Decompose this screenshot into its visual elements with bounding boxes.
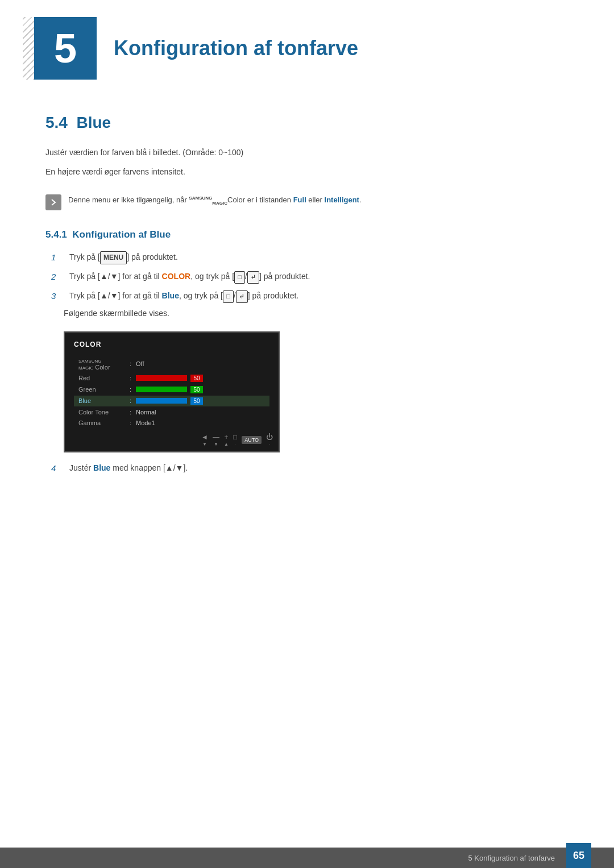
subsection-title: 5.4.1 Konfiguration af Blue [45, 229, 569, 240]
blue-bar [136, 398, 187, 404]
step-3: 3 Tryk på [▲/▼] for at gå til Blue, og t… [51, 289, 569, 303]
footer-page-number: 65 [566, 843, 591, 868]
osd-item-gamma: Gamma : Mode1 [74, 418, 269, 428]
chapter-title: Konfiguration af tonfarve [114, 36, 358, 60]
steps-list: 1 Tryk på [MENU] på produktet. 2 Tryk på… [51, 251, 569, 303]
red-bar [136, 375, 187, 381]
osd-item-green: Green : 50 [74, 384, 269, 395]
step-3-note: Følgende skærmbillede vises. [64, 309, 569, 318]
svg-rect-0 [47, 196, 60, 209]
osd-item-blue: Blue : 50 [74, 396, 269, 406]
section-title: 5.4 Blue [45, 108, 569, 132]
description-2: En højere værdi øger farvens intensitet. [45, 165, 569, 178]
step-4-text: Justér Blue med knappen [▲/▼]. [69, 462, 569, 474]
osd-screen: COLOR SAMSUNGMAGIC Color : Off Red : 50 [64, 331, 280, 452]
step-2: 2 Tryk på [▲/▼] for at gå til COLOR, og … [51, 270, 569, 284]
step-1-text: Tryk på [MENU] på produktet. [69, 251, 569, 264]
menu-key: MENU [100, 251, 127, 264]
chapter-header: 5 Konfiguration af tonfarve [0, 0, 614, 91]
step-4: 4 Justér Blue med knappen [▲/▼]. [51, 462, 569, 475]
note-icon [45, 194, 61, 210]
main-content: 5.4 Blue Justér værdien for farven blå i… [0, 91, 614, 526]
description-1: Justér værdien for farven blå i billedet… [45, 146, 569, 159]
green-bar [136, 387, 187, 392]
chapter-number: 5 [34, 17, 97, 80]
step-2-text: Tryk på [▲/▼] for at gå til COLOR, og tr… [69, 270, 569, 284]
step-1: 1 Tryk på [MENU] på produktet. [51, 251, 569, 264]
osd-title: COLOR [74, 340, 269, 348]
note-box: Denne menu er ikke tilgængelig, når SAMS… [45, 190, 569, 215]
osd-container: COLOR SAMSUNGMAGIC Color : Off Red : 50 [64, 331, 280, 452]
step-4-list: 4 Justér Blue med knappen [▲/▼]. [51, 462, 569, 475]
osd-item-samsung-color: SAMSUNGMAGIC Color : Off [74, 355, 269, 372]
osd-auto-button: AUTO [242, 436, 262, 444]
note-text: Denne menu er ikke tilgængelig, når SAMS… [68, 194, 362, 206]
osd-item-color-tone: Color Tone : Normal [74, 407, 269, 417]
footer: 5 Konfiguration af tonfarve 65 [0, 848, 614, 868]
osd-item-red: Red : 50 [74, 373, 269, 384]
osd-bottom-icons: ◄ ▼ — ▼ + ▲ □ · AUTO ⏻ · [65, 433, 279, 447]
footer-section-label: 5 Konfiguration af tonfarve [468, 854, 555, 862]
step-3-text: Tryk på [▲/▼] for at gå til Blue, og try… [69, 289, 569, 303]
